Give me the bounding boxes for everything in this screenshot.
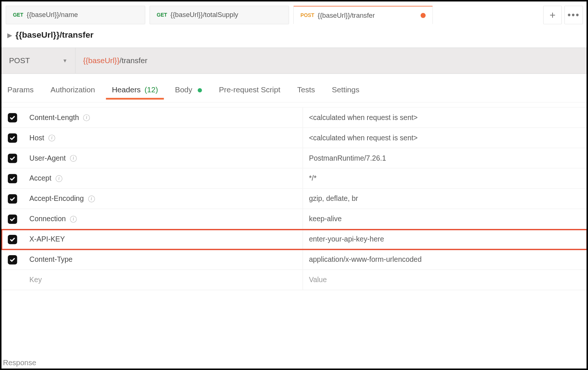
- header-enabled-checkbox[interactable]: [1, 133, 24, 143]
- tab-prerequest[interactable]: Pre-request Script: [219, 86, 280, 99]
- header-key-text: Connection: [30, 215, 66, 223]
- checkmark-icon: [8, 215, 17, 224]
- header-value-text: <calculated when request is sent>: [309, 134, 417, 142]
- new-tab-button[interactable]: +: [543, 6, 562, 24]
- header-value-cell[interactable]: */*: [302, 168, 587, 188]
- header-key-text: Content-Length: [30, 113, 79, 122]
- header-row: Accept-Encodingigzip, deflate, br: [1, 189, 587, 209]
- header-enabled-checkbox[interactable]: [1, 194, 24, 203]
- info-icon[interactable]: i: [70, 216, 77, 222]
- info-icon[interactable]: i: [70, 155, 76, 161]
- checkmark-icon: [8, 133, 17, 143]
- header-row: Accepti*/*: [1, 168, 587, 189]
- header-key-cell[interactable]: User-Agenti: [24, 154, 303, 162]
- header-value-cell[interactable]: keep-alive: [302, 209, 587, 229]
- header-value-text: PostmanRuntime/7.26.1: [309, 154, 386, 162]
- tab-overflow-button[interactable]: •••: [564, 6, 583, 24]
- header-key-cell[interactable]: X-API-KEY: [24, 235, 303, 244]
- tab-body-label: Body: [175, 86, 192, 94]
- scroll-cutoff: [1, 103, 587, 108]
- tab-headers-label: Headers: [112, 86, 141, 94]
- checkmark-icon: [8, 174, 17, 183]
- header-value-cell[interactable]: <calculated when request is sent>: [302, 128, 587, 148]
- header-value-cell[interactable]: PostmanRuntime/7.26.1: [302, 148, 587, 168]
- url-variable: {{baseUrl}}: [83, 56, 120, 65]
- header-key-cell[interactable]: Accept-Encodingi: [24, 195, 303, 203]
- checkmark-icon: [8, 154, 17, 163]
- checkmark-icon: [8, 234, 17, 244]
- tab-authorization[interactable]: Authorization: [51, 86, 95, 99]
- header-value-cell[interactable]: <calculated when request is sent>: [302, 107, 587, 127]
- tab-settings[interactable]: Settings: [332, 86, 359, 99]
- header-key-cell[interactable]: Connectioni: [24, 215, 303, 223]
- header-enabled-checkbox[interactable]: [1, 174, 24, 183]
- chevron-down-icon: ▼: [62, 58, 68, 64]
- header-key-text: Accept-Encoding: [30, 195, 84, 203]
- url-input[interactable]: {{baseUrl}} /transfer: [75, 48, 587, 73]
- header-enabled-checkbox[interactable]: [1, 113, 24, 122]
- checkmark-icon: [8, 113, 17, 122]
- request-title: {{baseUrl}}/transfer: [16, 30, 93, 40]
- method-badge: GET: [157, 12, 167, 18]
- header-value-cell[interactable]: application/x-www-form-urlencoded: [302, 250, 587, 270]
- checkmark-icon: [8, 194, 17, 203]
- body-indicator-icon: [198, 88, 202, 92]
- tab-tests[interactable]: Tests: [297, 86, 315, 99]
- header-key-cell[interactable]: Content-Type: [24, 256, 303, 264]
- header-row: Content-Typeapplication/x-www-form-urlen…: [1, 250, 587, 270]
- header-value-text: <calculated when request is sent>: [309, 113, 417, 122]
- info-icon[interactable]: i: [56, 175, 62, 182]
- tab-body[interactable]: Body: [175, 86, 202, 99]
- header-value-cell[interactable]: enter-your-api-key-here: [302, 229, 587, 249]
- header-enabled-checkbox[interactable]: [1, 154, 24, 163]
- header-row: Content-Lengthi<calculated when request …: [1, 107, 587, 128]
- request-tab[interactable]: GET{{baseUrl}}/name: [6, 6, 145, 24]
- plus-icon: +: [550, 10, 555, 20]
- header-key-text: X-API-KEY: [30, 235, 65, 244]
- header-value-text: */*: [309, 174, 317, 183]
- tab-params[interactable]: Params: [7, 86, 34, 99]
- info-icon[interactable]: i: [48, 134, 55, 141]
- header-value-text: enter-your-api-key-here: [309, 235, 384, 244]
- tab-label: {{baseUrl}}/totalSupply: [171, 11, 238, 19]
- url-path: /transfer: [120, 56, 148, 65]
- expand-icon[interactable]: ▶: [7, 32, 12, 38]
- tab-actions: + •••: [543, 6, 583, 24]
- checkmark-icon: [8, 255, 17, 264]
- request-tab[interactable]: POST{{baseUrl}}/transfer: [293, 6, 433, 24]
- header-key-cell[interactable]: Accepti: [24, 174, 303, 183]
- header-enabled-checkbox[interactable]: [1, 234, 24, 244]
- info-icon[interactable]: i: [83, 114, 90, 121]
- header-key-text: User-Agent: [30, 154, 66, 162]
- header-enabled-checkbox[interactable]: [1, 215, 24, 224]
- request-tab[interactable]: GET{{baseUrl}}/totalSupply: [150, 6, 289, 24]
- request-line: POST ▼ {{baseUrl}} /transfer: [1, 48, 587, 74]
- tab-label: {{baseUrl}}/name: [27, 11, 78, 19]
- header-value-text: gzip, deflate, br: [309, 195, 358, 203]
- http-method-select[interactable]: POST ▼: [1, 48, 75, 73]
- headers-table: Content-Lengthi<calculated when request …: [1, 102, 587, 291]
- new-header-row[interactable]: Key Value: [1, 270, 587, 290]
- header-key-cell[interactable]: Content-Lengthi: [24, 113, 303, 122]
- http-method-label: POST: [9, 56, 30, 65]
- header-key-text: Host: [30, 134, 44, 142]
- info-icon[interactable]: i: [88, 195, 95, 202]
- tab-label: {{baseUrl}}/transfer: [318, 11, 375, 19]
- header-key-text: Accept: [30, 174, 52, 183]
- header-value-text: keep-alive: [309, 215, 342, 223]
- header-key-text: Content-Type: [30, 256, 73, 264]
- method-badge: POST: [301, 12, 314, 18]
- header-enabled-checkbox[interactable]: [1, 255, 24, 264]
- tab-headers[interactable]: Headers (12): [112, 86, 158, 99]
- request-tabs-bar: GET{{baseUrl}}/nameGET{{baseUrl}}/totalS…: [1, 1, 587, 24]
- header-key-cell[interactable]: Hosti: [24, 134, 303, 142]
- method-badge: GET: [13, 12, 23, 18]
- response-section-label: Response: [3, 359, 36, 367]
- header-value-cell[interactable]: gzip, deflate, br: [302, 189, 587, 209]
- header-value-input[interactable]: Value: [302, 270, 587, 290]
- header-row: Hosti<calculated when request is sent>: [1, 128, 587, 148]
- more-icon: •••: [568, 10, 580, 21]
- header-key-input[interactable]: Key: [24, 276, 303, 284]
- header-value-text: application/x-www-form-urlencoded: [309, 256, 421, 264]
- header-row: X-API-KEYenter-your-api-key-here: [1, 229, 587, 250]
